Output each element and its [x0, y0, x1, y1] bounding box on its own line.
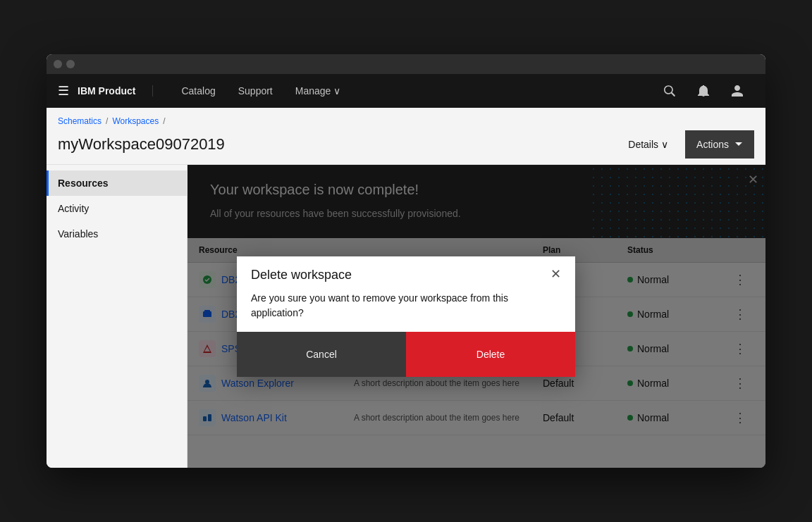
actions-chevron-icon [734, 140, 743, 149]
user-icon-btn[interactable] [720, 74, 754, 108]
sidebar: Resources Activity Variables [47, 165, 187, 468]
page-header: Schematics / Workspaces / myWorkspace090… [47, 108, 765, 165]
page-title-row: myWorkspace09072019 Details ∨ Actions [58, 130, 754, 159]
breadcrumb-schematics[interactable]: Schematics [58, 116, 102, 126]
nav-manage[interactable]: Manage ∨ [284, 74, 352, 108]
modal-close-icon: ✕ [550, 267, 561, 281]
modal-close-button[interactable]: ✕ [550, 268, 561, 280]
modal-overlay: Delete workspace ✕ Are you sure you want… [187, 165, 765, 468]
nav-support[interactable]: Support [227, 74, 284, 108]
hamburger-icon[interactable]: ☰ [58, 83, 69, 99]
window-minimize-btn[interactable] [66, 60, 75, 68]
manage-chevron-icon: ∨ [333, 85, 340, 97]
breadcrumb: Schematics / Workspaces / [58, 116, 754, 126]
breadcrumb-sep-2: / [163, 116, 165, 126]
sidebar-item-variables[interactable]: Variables [47, 221, 187, 247]
sidebar-item-resources[interactable]: Resources [47, 170, 187, 196]
actions-button[interactable]: Actions [685, 130, 754, 159]
header-actions: Details ∨ Actions [620, 130, 754, 159]
modal-delete-button[interactable]: Delete [406, 332, 575, 377]
window-titlebar [47, 54, 765, 74]
delete-workspace-modal: Delete workspace ✕ Are you sure you want… [237, 256, 575, 377]
nav-links: Catalog Support Manage ∨ [170, 74, 653, 108]
modal-cancel-button[interactable]: Cancel [237, 332, 406, 377]
brand-label: IBM Product [78, 85, 153, 97]
modal-description: Are you sure you want to remove your wor… [251, 291, 561, 321]
main-content: Resources Activity Variables ✕ Your work… [47, 165, 765, 468]
modal-body: Are you sure you want to remove your wor… [237, 291, 575, 332]
modal-title: Delete workspace [251, 268, 352, 282]
breadcrumb-workspaces[interactable]: Workspaces [112, 116, 159, 126]
page-title: myWorkspace09072019 [58, 135, 225, 154]
nav-catalog[interactable]: Catalog [170, 74, 226, 108]
window-close-btn[interactable] [54, 60, 62, 68]
details-button[interactable]: Details ∨ [620, 133, 677, 156]
modal-footer: Cancel Delete [237, 332, 575, 377]
sidebar-item-activity[interactable]: Activity [47, 196, 187, 221]
details-chevron-icon: ∨ [661, 139, 668, 150]
app-window: ☰ IBM Product Catalog Support Manage ∨ S… [47, 54, 765, 468]
breadcrumb-sep-1: / [106, 116, 108, 126]
content-area: ✕ Your workspace is now complete! All of… [187, 165, 765, 468]
bell-icon-btn[interactable] [687, 74, 720, 108]
nav-icons [653, 74, 754, 108]
search-icon-btn[interactable] [653, 74, 687, 108]
modal-header: Delete workspace ✕ [237, 256, 575, 291]
top-nav: ☰ IBM Product Catalog Support Manage ∨ [47, 74, 765, 108]
